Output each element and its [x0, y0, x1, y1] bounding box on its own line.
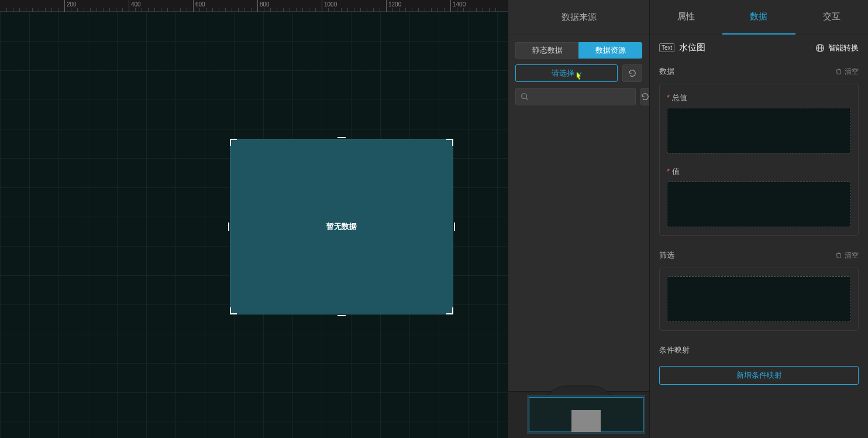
trash-icon [835, 252, 842, 259]
ds-bottom-tray [508, 391, 649, 438]
smart-convert-button[interactable]: 智能转换 [815, 43, 859, 53]
ds-panel-title: 数据来源 [508, 0, 649, 35]
seg-data-resource[interactable]: 数据资源 [578, 42, 642, 59]
ds-refresh-button[interactable] [622, 64, 642, 82]
selected-widget[interactable]: 暂无数据 [230, 139, 453, 314]
inspector-panel: 属性 数据 交互 Text 水位图 智能转换 数据 清空 * [649, 0, 868, 438]
ds-search-refresh-button[interactable] [640, 88, 650, 105]
data-clear-button[interactable]: 清空 [835, 67, 859, 77]
resize-handle-bl[interactable] [230, 307, 237, 314]
section-data-label: 数据 [659, 66, 674, 77]
seg-static-data[interactable]: 静态数据 [515, 42, 578, 59]
resize-handle-tl[interactable] [230, 139, 237, 146]
ruler-horizontal: 200400600800100012001400 [0, 0, 508, 12]
filter-clear-button[interactable]: 清空 [835, 251, 859, 261]
inspector-tabs: 属性 数据 交互 [650, 0, 868, 35]
resize-handle-lm[interactable] [228, 223, 229, 231]
data-clear-label: 清空 [845, 67, 859, 77]
tab-attributes[interactable]: 属性 [650, 0, 722, 35]
ds-search-field[interactable] [532, 93, 631, 101]
data-section: *总值 *值 [659, 84, 859, 236]
field-total-label: *总值 [667, 93, 851, 103]
filter-section [659, 268, 859, 331]
refresh-icon [641, 93, 649, 101]
tab-interaction[interactable]: 交互 [795, 0, 868, 35]
field-value-dropzone[interactable] [667, 182, 851, 227]
chevron-down-icon [577, 71, 582, 76]
widget-title: 水位图 [679, 42, 705, 53]
svg-point-0 [522, 94, 527, 99]
widget-placeholder-text: 暂无数据 [326, 221, 357, 232]
field-total-dropzone[interactable] [667, 108, 851, 153]
resize-handle-bm[interactable] [337, 315, 346, 316]
add-mapping-label: 新增条件映射 [736, 370, 782, 381]
ds-select-dropdown[interactable]: 请选择 [515, 64, 618, 82]
widget-type-icon: Text [659, 43, 674, 52]
app: 200400600800100012001400 暂无数据 数据来源 静态数据 … [0, 0, 868, 438]
tab-data[interactable]: 数据 [722, 0, 795, 35]
refresh-icon [628, 69, 636, 77]
filter-clear-label: 清空 [845, 251, 859, 261]
search-icon [521, 93, 529, 101]
ds-select-label: 请选择 [552, 68, 574, 78]
resize-handle-br[interactable] [446, 307, 453, 314]
resize-handle-tr[interactable] [446, 139, 453, 146]
minimap-viewport [571, 410, 601, 432]
field-value-label: *值 [667, 166, 851, 177]
section-filter-label: 筛选 [659, 250, 674, 261]
trash-icon [835, 68, 842, 75]
data-source-panel: 数据来源 静态数据 数据资源 请选择 [508, 0, 649, 438]
resize-handle-rm[interactable] [454, 223, 455, 231]
canvas-area[interactable]: 200400600800100012001400 暂无数据 [0, 0, 508, 438]
section-mapping-label: 条件映射 [659, 345, 690, 355]
smart-convert-label: 智能转换 [828, 43, 859, 53]
ds-search-input[interactable] [515, 88, 636, 105]
canvas-minimap[interactable] [529, 397, 643, 432]
add-mapping-button[interactable]: 新增条件映射 [659, 366, 859, 385]
globe-icon [815, 43, 825, 53]
resize-handle-tm[interactable] [337, 137, 346, 138]
ds-segmented: 静态数据 数据资源 [515, 42, 642, 59]
filter-dropzone[interactable] [667, 276, 851, 322]
